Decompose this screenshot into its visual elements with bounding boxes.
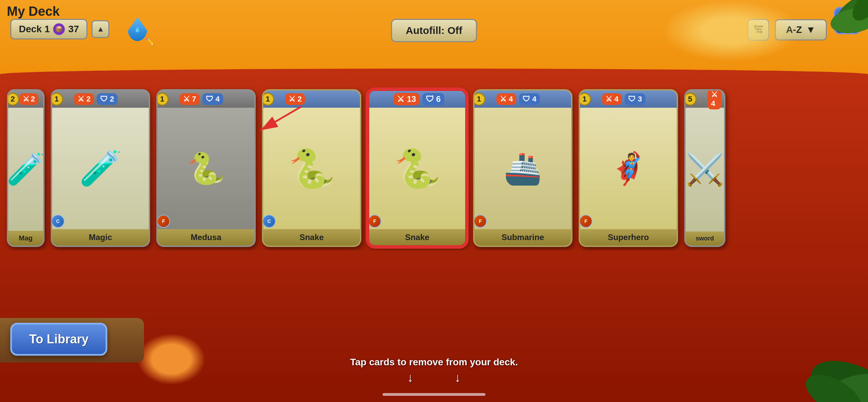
card-snake-2[interactable]: ⚔ 13 🛡 6 F 🐍 Snake: [367, 89, 467, 247]
attack-badge: ⚔ 7: [180, 93, 200, 105]
card-cost: 2: [7, 93, 19, 106]
card-name: Submarine: [474, 229, 571, 246]
hint-arrow-right: ↓: [455, 370, 461, 385]
attack-badge: ⚔ 4: [602, 93, 622, 105]
attack-badge: ⚔ 4: [708, 89, 721, 109]
card-image: ⚔️: [686, 108, 724, 232]
card-cost: 1: [262, 93, 274, 106]
card-superhero[interactable]: 1 ⚔ 4 🛡 3 F 🦸 Superhero: [579, 89, 678, 247]
hint-text: Tap cards to remove from your deck.: [350, 357, 518, 368]
card-image: 🧪: [52, 108, 149, 229]
card-medusa[interactable]: 1 ⚔ 7 🛡 4 F 🐍 Medusa: [156, 89, 256, 247]
card-cost: 1: [51, 93, 63, 106]
card-stats: ⚔ 13 🛡 6: [377, 93, 461, 105]
card-cost: 1: [473, 93, 485, 106]
card-type-badge: F: [368, 215, 381, 228]
card-stats: ⚔ 2 🛡 2: [74, 93, 118, 105]
card-stats: ⚔ 4 🛡 1: [708, 89, 725, 109]
card-magic[interactable]: 1 ⚔ 2 🛡 2 C 🧪 Magic: [51, 89, 150, 247]
card-image: 🐍: [369, 108, 466, 229]
deck-count: 37: [68, 24, 79, 35]
deck-name: Deck 1: [19, 24, 50, 35]
deck-button[interactable]: Deck 1 📦 37: [10, 19, 87, 39]
card-submarine[interactable]: 1 ⚔ 4 🛡 4 F 🚢 Submarine: [473, 89, 572, 247]
defense-badge: 🛡 1: [724, 89, 725, 109]
card-cost: 1: [579, 93, 591, 106]
hint-arrow-left: ↓: [407, 370, 413, 385]
attack-badge: ⚔ 13: [394, 93, 419, 105]
deck-up-button[interactable]: ▲: [92, 20, 109, 38]
card-sword-partial[interactable]: 5 ⚔ 4 🛡 1 ⚔️ sword: [684, 89, 725, 247]
defense-badge: 🛡 4: [519, 93, 540, 105]
card-cost: 5: [684, 93, 697, 106]
card-name: sword: [686, 232, 724, 246]
defense-badge: 🛡 6: [422, 93, 444, 105]
attack-badge: ⚔ 4: [496, 93, 516, 105]
page-title: My Deck: [7, 4, 60, 19]
deck-selector: Deck 1 📦 37 ▲ 💧 ✏️: [10, 15, 151, 43]
card-image: 🧪: [8, 108, 43, 231]
deco-orange: [137, 333, 206, 385]
pencil-icon: ✏️: [145, 37, 154, 46]
card-type-badge: F: [157, 215, 170, 228]
card-name: Medusa: [158, 229, 254, 246]
card-name: Snake: [369, 229, 466, 246]
card-stats: ⚔ 4 🛡 4: [496, 93, 540, 105]
header: My Deck Deck 1 📦 37 ▲ 💧 ✏️: [0, 0, 868, 45]
defense-badge: 🛡 3: [625, 93, 645, 105]
water-drop-icon: 💧: [127, 17, 148, 41]
card-stats: ⚔ 7 🛡 4: [180, 93, 223, 105]
cards-area: 2 ⚔2 🧪 Mag 1 ⚔ 2 🛡 2 C 🧪 Magic 1 ⚔ 7: [0, 86, 868, 250]
card-name: Magic: [52, 229, 149, 246]
defense-badge: 🛡 4: [202, 93, 223, 105]
attack-badge: ⚔2: [19, 93, 38, 105]
card-type-badge: F: [579, 215, 592, 228]
card-stats: ⚔ 2: [285, 93, 305, 105]
hint-arrows: ↓ ↓: [407, 370, 461, 385]
card-stats: ⚔ 4 🛡 3: [602, 93, 646, 105]
card-magic-partial[interactable]: 2 ⚔2 🧪 Mag: [7, 89, 45, 247]
card-image: 🐍: [263, 108, 360, 229]
deck-icon: 📦: [53, 23, 65, 35]
water-drop-button[interactable]: 💧 ✏️: [124, 15, 151, 43]
card-cost: 1: [156, 93, 169, 106]
card-snake-1[interactable]: 1 ⚔ 2 C 🐍 Snake: [262, 89, 361, 247]
card-image: 🚢: [474, 108, 571, 229]
card-type-badge: C: [51, 215, 64, 228]
deco-leaves-bottom: [731, 316, 868, 402]
scroll-bar[interactable]: [383, 393, 485, 396]
card-stats: ⚔2: [19, 93, 38, 105]
card-type-badge: C: [263, 215, 276, 228]
card-image: 🐍: [158, 108, 254, 229]
attack-badge: ⚔ 2: [74, 93, 94, 105]
card-type-badge: F: [474, 215, 487, 228]
attack-badge: ⚔ 2: [285, 93, 305, 105]
defense-badge: 🛡 2: [97, 93, 117, 105]
to-library-button[interactable]: To Library: [10, 323, 107, 356]
card-name: Snake: [263, 229, 360, 246]
card-image: 🦸: [580, 108, 677, 229]
card-name: Superhero: [580, 229, 677, 246]
card-name: Mag: [8, 231, 43, 246]
